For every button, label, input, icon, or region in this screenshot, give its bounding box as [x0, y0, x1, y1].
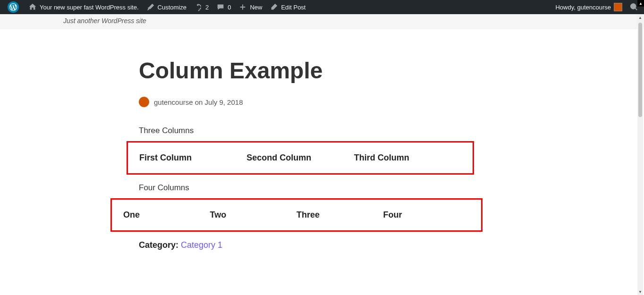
- site-tagline: Just another WordPress site: [0, 14, 644, 29]
- post-date[interactable]: July 9, 2018: [205, 98, 243, 106]
- site-name-text: Your new super fast WordPress site.: [40, 4, 139, 11]
- pencil-icon: [270, 3, 278, 11]
- column-3: Third Column: [354, 153, 461, 163]
- scrollbar-thumb[interactable]: [638, 23, 642, 117]
- adminbar-right: Howdy, gutencourse: [551, 0, 642, 14]
- plus-icon: [238, 3, 247, 11]
- user-avatar-icon: [614, 3, 622, 11]
- date-prefix: on: [195, 98, 203, 106]
- updates-count: 2: [205, 4, 209, 11]
- new-content-button[interactable]: New: [235, 0, 266, 14]
- four-columns-label: Four Columns: [139, 183, 498, 193]
- edit-post-label: Edit Post: [281, 4, 305, 11]
- wp-logo-menu[interactable]: [2, 0, 25, 14]
- edit-post-button[interactable]: Edit Post: [266, 0, 309, 14]
- post-title: Column Example: [139, 58, 498, 84]
- scroll-up-icon[interactable]: ▲: [637, 14, 643, 21]
- vertical-scrollbar[interactable]: ▲ ▼: [637, 14, 643, 295]
- content-area: Column Example gutencourse on July 9, 20…: [0, 29, 644, 250]
- new-label: New: [250, 4, 262, 11]
- wp-admin-bar: Your new super fast WordPress site. Cust…: [0, 0, 644, 14]
- howdy-text: Howdy, gutencourse: [555, 4, 611, 11]
- column-4: Four: [383, 210, 470, 220]
- comment-icon: [216, 3, 225, 11]
- post-meta: gutencourse on July 9, 2018: [139, 97, 498, 107]
- four-columns-block: One Two Three Four: [110, 198, 483, 232]
- category-label: Category:: [139, 240, 178, 250]
- customize-label: Customize: [158, 4, 186, 11]
- column-1: One: [123, 210, 210, 220]
- comments-button[interactable]: 0: [212, 0, 235, 14]
- paintbrush-icon: [146, 3, 155, 11]
- column-2: Second Column: [246, 153, 354, 163]
- adminbar-left: Your new super fast WordPress site. Cust…: [2, 0, 309, 14]
- update-icon: [194, 3, 203, 11]
- customize-button[interactable]: Customize: [143, 0, 190, 14]
- updates-button[interactable]: 2: [190, 0, 212, 14]
- scroll-down-icon[interactable]: ▼: [637, 288, 643, 295]
- category-line: Category: Category 1: [139, 240, 498, 250]
- site-name-menu[interactable]: Your new super fast WordPress site.: [25, 0, 143, 14]
- column-1: First Column: [139, 153, 246, 163]
- wordpress-logo-icon: [8, 1, 19, 13]
- my-account-menu[interactable]: Howdy, gutencourse: [551, 0, 626, 14]
- three-columns-block: First Column Second Column Third Column: [127, 141, 474, 175]
- column-3: Three: [297, 210, 383, 220]
- author-link[interactable]: gutencourse: [154, 98, 193, 106]
- outer-scroll-up-icon[interactable]: ▲: [637, 0, 644, 7]
- column-2: Two: [210, 210, 297, 220]
- three-columns-label: Three Columns: [139, 126, 498, 135]
- post: Column Example gutencourse on July 9, 20…: [139, 58, 498, 250]
- category-link[interactable]: Category 1: [181, 240, 222, 250]
- home-icon: [28, 3, 37, 11]
- comments-count: 0: [228, 4, 231, 11]
- author-avatar-icon: [139, 97, 149, 107]
- post-meta-text: gutencourse on July 9, 2018: [154, 98, 243, 106]
